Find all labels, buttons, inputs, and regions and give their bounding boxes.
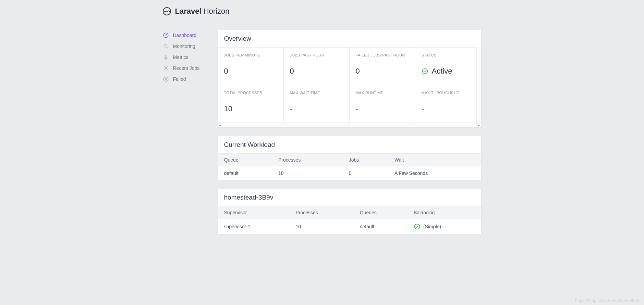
svg-point-7 [414, 224, 420, 229]
overview-grid: JOBS PER MINUTE 0 JOBS PAST HOUR 0 FAILE… [218, 47, 481, 123]
sidebar-item-label: Monitoring [173, 43, 195, 49]
check-circle-icon [422, 68, 428, 75]
supervisor-panel: homestead-3B9v Supervisor Processes Queu… [218, 189, 482, 234]
supervisor-table: Supervisor Processes Queues Balancing su… [218, 206, 481, 234]
sidebar-item-monitoring[interactable]: Monitoring [163, 41, 207, 52]
cell-balancing: (Simple) [408, 219, 481, 234]
metric-value: - [422, 104, 475, 113]
vertical-scrollbar[interactable] [476, 47, 481, 123]
svg-point-2 [165, 35, 166, 36]
horizontal-scrollbar[interactable] [218, 123, 481, 127]
cell-queue: default [218, 166, 272, 180]
metric-value: Active [432, 67, 452, 76]
col-queues: Queues [354, 206, 408, 219]
cell-wait: A Few Seconds [388, 166, 481, 180]
sidebar-item-metrics[interactable]: Metrics [163, 52, 207, 63]
brand-strong: Laravel [175, 7, 202, 15]
cell-processes: 10 [289, 219, 353, 234]
check-circle-icon [414, 223, 421, 230]
metric-status: STATUS Active [415, 47, 481, 85]
horizon-logo-icon [163, 7, 171, 15]
close-circle-icon [163, 76, 169, 82]
col-supervisor: Supervisor [218, 206, 290, 219]
metric-label: STATUS [422, 53, 475, 57]
metric-label: MAX WAIT TIME [290, 91, 343, 95]
svg-point-4 [165, 67, 167, 69]
search-icon [163, 43, 169, 49]
metric-value: - [290, 104, 343, 113]
col-wait: Wait [388, 154, 481, 166]
metric-value: 0 [224, 67, 277, 76]
metric-jobs-per-minute: JOBS PER MINUTE 0 [218, 47, 284, 85]
sidebar-item-label: Metrics [173, 54, 189, 60]
cell-jobs: 0 [343, 166, 388, 180]
sidebar-item-label: Failed [173, 76, 186, 82]
workload-panel: Current Workload Queue Processes Jobs Wa… [218, 136, 482, 180]
main-content: Overview JOBS PER MINUTE 0 JOBS PAST HOU… [218, 30, 482, 243]
metric-jobs-past-hour: JOBS PAST HOUR 0 [284, 47, 350, 85]
brand-light: Horizon [204, 7, 230, 15]
header: Laravel Horizon [163, 7, 482, 22]
workload-title: Current Workload [218, 136, 481, 153]
cell-processes: 10 [272, 166, 343, 180]
metric-value: 0 [356, 67, 409, 76]
metric-max-throughput: MAX THROUGHPUT - [415, 85, 481, 123]
sidebar-item-dashboard[interactable]: Dashboard [163, 30, 207, 41]
overview-panel: Overview JOBS PER MINUTE 0 JOBS PAST HOU… [218, 30, 482, 128]
metric-max-wait-time: MAX WAIT TIME - [284, 85, 350, 123]
svg-point-6 [422, 69, 427, 74]
gear-icon [163, 65, 169, 71]
col-processes: Processes [272, 154, 343, 166]
svg-point-3 [164, 44, 167, 47]
sidebar-item-failed[interactable]: Failed [163, 74, 207, 85]
metric-label: MAX THROUGHPUT [422, 91, 475, 95]
metric-value: 10 [224, 104, 277, 113]
metric-value: - [356, 104, 409, 113]
metric-label: JOBS PAST HOUR [290, 53, 343, 57]
supervisor-panel-title: homestead-3B9v [218, 189, 481, 206]
metric-label: JOBS PER MINUTE [224, 53, 277, 57]
overview-title: Overview [218, 30, 481, 47]
cell-supervisor: supervisor-1 [218, 219, 290, 234]
sidebar-item-label: Dashboard [173, 33, 197, 38]
metric-label: MAX RUNTIME [356, 91, 409, 95]
balancing-text: (Simple) [423, 224, 441, 229]
table-row: supervisor-1 10 default (Simple) [218, 219, 481, 234]
metric-label: TOTAL PROCESSES [224, 91, 277, 95]
dashboard-icon [163, 32, 169, 38]
table-row: default 10 0 A Few Seconds [218, 166, 481, 180]
bar-chart-icon [163, 54, 169, 60]
app-title: Laravel Horizon [175, 7, 230, 16]
sidebar-item-label: Recent Jobs [173, 65, 200, 71]
col-processes: Processes [289, 206, 353, 219]
col-queue: Queue [218, 154, 272, 166]
sidebar: Dashboard Monitoring Metrics Recent Jobs [163, 30, 207, 243]
col-balancing: Balancing [408, 206, 481, 219]
workload-table: Queue Processes Jobs Wait default 10 0 A… [218, 153, 481, 180]
metric-value: 0 [290, 67, 343, 76]
metric-max-runtime: MAX RUNTIME - [350, 85, 415, 123]
metric-failed-jobs-past-hour: FAILED JOBS PAST HOUR 0 [350, 47, 415, 85]
cell-queues: default [354, 219, 408, 234]
metric-label: FAILED JOBS PAST HOUR [356, 53, 409, 57]
metric-total-processes: TOTAL PROCESSES 10 [218, 85, 284, 123]
sidebar-item-recent-jobs[interactable]: Recent Jobs [163, 63, 207, 74]
col-jobs: Jobs [343, 154, 388, 166]
